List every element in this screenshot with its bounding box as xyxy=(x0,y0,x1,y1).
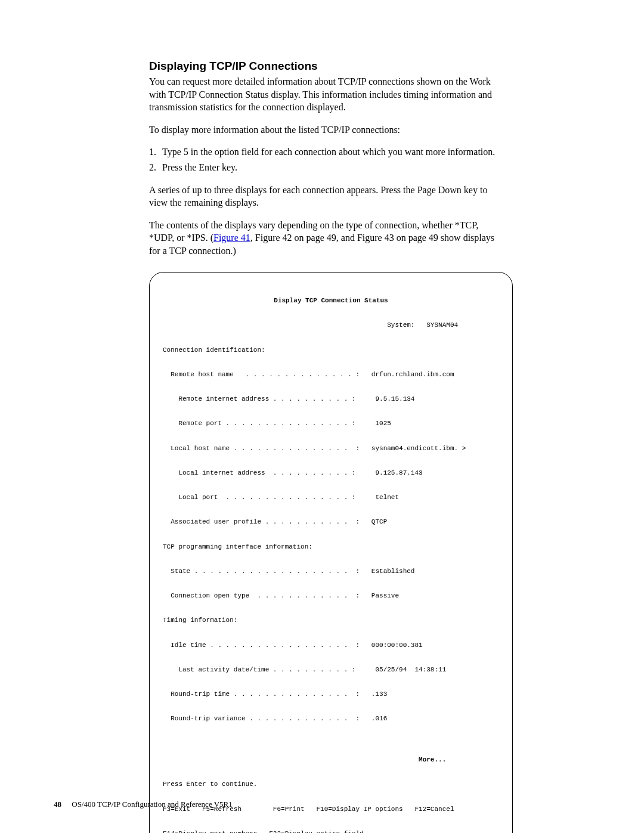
context-paragraph: The contents of the displays vary depend… xyxy=(149,219,495,258)
result-paragraph: A series of up to three displays for eac… xyxy=(149,184,495,209)
step-1: 1. Type 5 in the option field for each c… xyxy=(149,145,590,159)
terminal-content: Display TCP Connection Status System: SY… xyxy=(163,281,499,833)
step-text: Type 5 in the option field for each conn… xyxy=(162,145,496,159)
footer-doc-title: OS/400 TCP/IP Configuration and Referenc… xyxy=(72,800,232,809)
step-list: 1. Type 5 in the option field for each c… xyxy=(149,145,590,174)
terminal-line: Remote internet address . . . . . . . . … xyxy=(163,395,499,404)
terminal-line: Local internet address . . . . . . . . .… xyxy=(163,469,499,478)
terminal-line: Remote host name . . . . . . . . . . . .… xyxy=(163,371,499,379)
terminal-line: Connection open type . . . . . . . . . .… xyxy=(163,592,499,600)
instruction-paragraph: To display more information about the li… xyxy=(149,123,495,137)
page-footer: 48 OS/400 TCP/IP Configuration and Refer… xyxy=(54,800,233,809)
step-text: Press the Enter key. xyxy=(162,161,496,174)
terminal-line: Idle time . . . . . . . . . . . . . . . … xyxy=(163,642,499,650)
terminal-more: More... xyxy=(163,756,499,764)
terminal-press-enter: Press Enter to continue. xyxy=(163,781,499,789)
terminal-screen: Display TCP Connection Status System: SY… xyxy=(149,272,513,833)
step-number: 1. xyxy=(149,145,162,159)
terminal-line: Round-trip variance . . . . . . . . . . … xyxy=(163,715,499,723)
terminal-line: Associated user profile . . . . . . . . … xyxy=(163,518,499,527)
terminal-fkeys-2: F14=Display port numbers F22=Display ent… xyxy=(163,830,499,833)
terminal-line: Last activity date/time . . . . . . . . … xyxy=(163,666,499,674)
terminal-line: Remote port . . . . . . . . . . . . . . … xyxy=(163,420,499,428)
terminal-line: Local host name . . . . . . . . . . . . … xyxy=(163,445,499,453)
terminal-line: Local port . . . . . . . . . . . . . . .… xyxy=(163,494,499,502)
figure-link[interactable]: Figure 41 xyxy=(213,233,250,243)
step-2: 2. Press the Enter key. xyxy=(149,161,590,174)
terminal-line: Timing information: xyxy=(163,617,499,625)
terminal-title: Display TCP Connection Status xyxy=(163,297,499,305)
section-heading: Displaying TCP/IP Connections xyxy=(149,60,590,73)
step-number: 2. xyxy=(149,161,162,174)
terminal-line: Round-trip time . . . . . . . . . . . . … xyxy=(163,690,499,699)
terminal-line: State . . . . . . . . . . . . . . . . . … xyxy=(163,568,499,576)
footer-page-number: 48 xyxy=(54,800,61,809)
intro-paragraph: You can request more detailed informatio… xyxy=(149,75,495,114)
terminal-system-line: System: SYSNAM04 xyxy=(163,321,499,330)
terminal-line: TCP programming interface information: xyxy=(163,543,499,552)
terminal-line: Connection identification: xyxy=(163,346,499,355)
